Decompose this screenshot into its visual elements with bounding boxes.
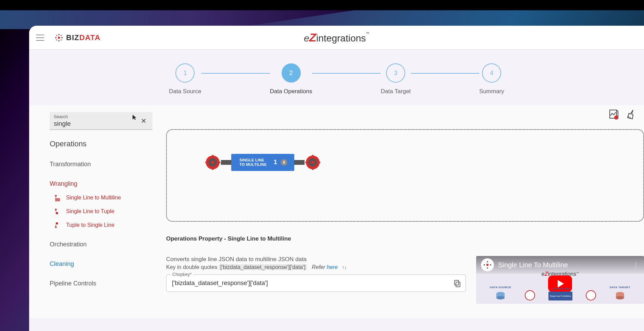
step-connector [411,73,479,74]
step-label: Data Target [381,88,411,95]
video-target-icon [615,290,625,301]
category-orchestration[interactable]: Orchestration [50,241,152,248]
step-number: 4 [482,63,501,83]
workspace: SINGLE LINE TO MULTILINE 1 X [166,105,644,318]
video-operation-box: Single Line To Multiline [548,292,572,301]
svg-rect-31 [312,167,313,170]
svg-point-37 [487,261,488,262]
macos-menubar-region [0,0,644,10]
pipeline-row: SINGLE LINE TO MULTILINE 1 X [205,154,321,171]
svg-point-5 [56,35,57,36]
svg-rect-35 [455,280,459,285]
properties-panel: Operations Property - Single Line to Mul… [166,235,644,304]
step-data-target[interactable]: 3 Data Target [381,63,411,95]
help-video-thumbnail[interactable]: Single Line To Multiline ⋮ eZintegration… [476,256,644,304]
swap-icon[interactable]: ↑↓ [342,265,347,270]
chopkey-input[interactable] [172,280,448,287]
svg-rect-26 [217,162,220,163]
properties-hint-code: ['bizdata_dataset_response']['data'] [219,264,307,270]
step-number: 2 [282,63,301,83]
flange-left [231,154,235,171]
svg-point-0 [58,36,60,39]
main-content: Search ✕ Operations Transformation Wrang… [29,105,644,318]
op-tuple-to-single-line[interactable]: Tuple to Single Line [50,222,152,229]
broken-chart-icon[interactable] [608,109,619,120]
operations-sidebar: Search ✕ Operations Transformation Wrang… [50,105,152,318]
svg-rect-12 [55,200,60,201]
chopkey-label: Chopkey* [171,272,193,277]
svg-point-8 [61,39,62,40]
operations-heading: Operations [50,139,152,148]
video-valve-icon [586,290,596,301]
category-pipeline-controls[interactable]: Pipeline Controls [50,280,152,287]
search-input[interactable] [54,119,139,127]
svg-rect-11 [55,199,60,200]
op-label: Single Line to Multiline [66,195,121,201]
broom-icon[interactable] [626,109,637,120]
svg-point-22 [211,161,214,164]
cursor-pointer-icon [132,114,137,120]
pipe-segment [221,160,231,165]
op-single-line-to-multiline[interactable]: Single Line to Multiline [50,194,152,201]
brand-text-biz: BIZ [66,33,79,42]
step-summary[interactable]: 4 Summary [479,63,504,95]
category-transformation[interactable]: Transformation [50,161,152,168]
step-label: Data Operations [270,88,312,95]
source-valve-icon[interactable] [205,154,221,171]
operation-block-remove-button[interactable]: X [281,159,287,166]
step-label: Data Source [169,88,201,95]
op-single-line-to-tuple[interactable]: Single Line to Tuple [50,208,152,215]
svg-rect-23 [212,155,213,158]
properties-title: Operations Property - Single Line to Mul… [166,235,644,242]
logo-icon [54,33,63,42]
target-valve-icon[interactable] [305,154,321,171]
category-wrangling[interactable]: Wrangling [50,180,152,187]
menu-toggle-button[interactable] [36,35,44,41]
tuple-icon [54,208,61,215]
video-source-icon [495,290,506,301]
svg-rect-32 [305,162,309,163]
category-cleaning[interactable]: Cleaning [50,260,152,268]
svg-point-6 [61,35,62,36]
pipeline-canvas[interactable]: SINGLE LINE TO MULTILINE 1 X [166,129,644,222]
svg-point-38 [487,267,488,269]
product-logo: eZintegrations™ [304,31,369,44]
op-label: Single Line to Tuple [66,208,114,214]
search-field-wrap: Search ✕ [50,112,152,130]
svg-rect-16 [56,222,58,224]
svg-rect-14 [56,212,58,214]
step-number: 3 [386,63,405,83]
properties-description: Converts single line JSON data to multil… [166,256,466,263]
svg-point-3 [55,37,57,38]
brand-logo: BIZDATA [54,33,100,42]
video-operation-label: OPERATION [552,287,569,290]
svg-rect-10 [55,198,60,199]
svg-point-7 [56,39,57,40]
search-label: Search [54,114,139,119]
svg-point-2 [58,40,60,41]
svg-point-46 [616,296,624,299]
video-title: Single Line To Multiline [498,261,628,269]
refer-here-link[interactable]: here [327,264,338,270]
step-data-operations[interactable]: 2 Data Operations [270,63,312,95]
svg-point-43 [496,296,505,299]
brand-text-data: DATA [79,33,100,42]
operation-block-index: 1 [274,159,277,166]
op-label: Tuple to Single Line [66,222,114,228]
svg-rect-34 [456,282,460,287]
svg-point-36 [486,264,489,266]
copy-icon[interactable] [453,279,461,287]
video-menu-icon[interactable]: ⋮ [632,261,639,269]
svg-rect-25 [205,162,209,163]
svg-rect-33 [317,162,320,163]
chopkey-field-wrap: Chopkey* [166,274,466,292]
svg-point-17 [614,115,618,120]
step-connector [312,73,381,74]
step-number: 1 [175,63,195,83]
search-clear-button[interactable]: ✕ [139,116,148,126]
svg-rect-30 [312,155,313,158]
operation-block[interactable]: SINGLE LINE TO MULTILINE 1 X [235,154,291,171]
step-data-source[interactable]: 1 Data Source [169,63,201,95]
workspace-toolbar [608,109,637,120]
flange-right [291,154,294,171]
